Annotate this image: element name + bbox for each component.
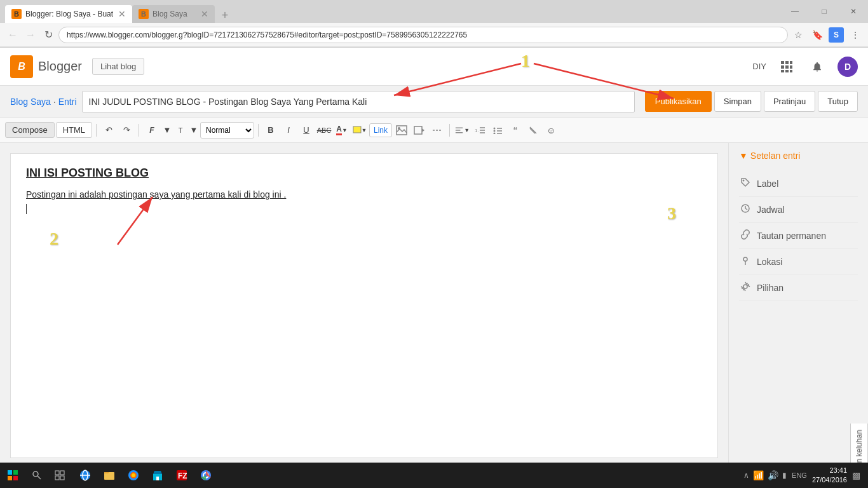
- svg-line-45: [37, 476, 41, 479]
- new-tab-button[interactable]: +: [217, 8, 233, 23]
- editor-frame[interactable]: INI ISI POSTING BLOG Postingan ini adala…: [10, 153, 718, 458]
- view-blog-button[interactable]: Lihat blog: [92, 58, 144, 75]
- taskbar-chrome-icon[interactable]: [194, 464, 217, 487]
- svg-point-30: [743, 180, 745, 182]
- undo-button[interactable]: ↶: [100, 122, 117, 139]
- chrome-menu-icon[interactable]: ⋮: [848, 27, 863, 43]
- emoji-button[interactable]: ☺: [543, 122, 559, 139]
- bold-button[interactable]: B: [262, 122, 279, 139]
- close-button[interactable]: ✕: [839, 0, 868, 23]
- sidebar-lokasi-text: Lokasi: [757, 257, 782, 267]
- sidebar-item-lokasi[interactable]: Lokasi: [739, 249, 858, 275]
- taskbar-file-explorer-icon[interactable]: [98, 464, 121, 487]
- breadcrumb-blog[interactable]: Blog Saya: [10, 97, 51, 107]
- extensions-icon[interactable]: S: [829, 27, 844, 43]
- font-family-button[interactable]: F: [143, 122, 161, 139]
- taskbar-ie-icon[interactable]: [74, 464, 97, 487]
- blockquote-button[interactable]: “: [507, 122, 524, 139]
- sidebar-jadwal-text: Jadwal: [757, 205, 785, 215]
- svg-text:1.: 1.: [475, 128, 479, 133]
- sidebar-permalink-text: Tautan permanen: [757, 231, 826, 241]
- taskbar-filezilla-icon[interactable]: FZ: [170, 464, 193, 487]
- post-title-input[interactable]: [82, 91, 635, 112]
- start-button[interactable]: [0, 463, 25, 488]
- notification-center-icon[interactable]: ▩: [852, 470, 860, 480]
- taskbar-store-icon[interactable]: [146, 464, 169, 487]
- editor-body: INI ISI POSTING BLOG Postingan ini adala…: [0, 143, 728, 468]
- sidebar-item-label[interactable]: Label: [739, 171, 858, 197]
- svg-rect-41: [13, 470, 18, 475]
- reload-button[interactable]: ↻: [41, 27, 56, 43]
- user-avatar[interactable]: D: [837, 57, 858, 77]
- link-button[interactable]: Link: [369, 123, 392, 137]
- taskbar-firefox-icon[interactable]: [122, 464, 145, 487]
- back-button[interactable]: ←: [5, 27, 20, 43]
- svg-rect-7: [785, 70, 789, 72]
- insert-video-button[interactable]: [411, 122, 428, 139]
- ordered-list-button[interactable]: 1.: [471, 122, 488, 139]
- task-view-button[interactable]: [48, 464, 71, 487]
- bookmark-star-icon[interactable]: ☆: [790, 27, 806, 43]
- clock-display: 23:41 27/04/2016: [812, 466, 847, 485]
- svg-line-33: [745, 208, 747, 210]
- underline-button[interactable]: U: [298, 122, 315, 139]
- forward-button[interactable]: →: [23, 27, 38, 43]
- svg-point-22: [494, 127, 496, 129]
- apps-grid-icon[interactable]: [776, 57, 797, 77]
- diy-label: DIY: [752, 62, 766, 71]
- format-dropdown[interactable]: Normal Heading 1 Heading 2 Heading 3: [200, 122, 254, 139]
- preview-button[interactable]: Pratinjau: [764, 91, 815, 112]
- svg-rect-1: [785, 61, 789, 64]
- svg-rect-49: [60, 476, 64, 480]
- compose-tab[interactable]: Compose: [5, 122, 55, 138]
- unordered-list-button[interactable]: [489, 122, 506, 139]
- sidebar-item-permalink[interactable]: Tautan permanen: [739, 223, 858, 249]
- svg-rect-2: [790, 61, 792, 64]
- sidebar-pilihan-text: Pilihan: [757, 283, 783, 293]
- editor-content-body: Postingan ini adalah postingan saya yang…: [26, 187, 702, 201]
- tab-close-2[interactable]: ✕: [201, 9, 208, 19]
- svg-rect-47: [60, 471, 64, 475]
- strikethrough-button[interactable]: ABC: [316, 122, 332, 139]
- insert-jump-button[interactable]: [429, 122, 445, 139]
- link-icon: [739, 229, 752, 242]
- italic-button[interactable]: I: [280, 122, 297, 139]
- publish-button[interactable]: Publikasikan: [645, 91, 712, 112]
- address-bar[interactable]: [58, 27, 788, 43]
- font-size-chevron[interactable]: ▼: [189, 122, 199, 139]
- svg-point-34: [743, 257, 747, 261]
- tab-close-1[interactable]: ✕: [118, 9, 126, 19]
- save-button[interactable]: Simpan: [714, 91, 761, 112]
- svg-rect-12: [414, 126, 422, 134]
- taskbar-search-button[interactable]: [25, 464, 48, 487]
- network-icon[interactable]: 📶: [753, 470, 764, 480]
- sidebar-item-jadwal[interactable]: Jadwal: [739, 197, 858, 223]
- highlight-color-button[interactable]: ▼: [351, 122, 368, 139]
- notification-bell-icon[interactable]: [807, 57, 827, 77]
- breadcrumb-entri[interactable]: Entri: [58, 97, 77, 107]
- sidebar-item-pilihan[interactable]: Pilihan: [739, 275, 858, 301]
- redo-button[interactable]: ↷: [118, 122, 135, 139]
- close-editor-button[interactable]: Tutup: [818, 91, 858, 112]
- svg-rect-0: [781, 61, 784, 64]
- font-family-chevron[interactable]: ▼: [162, 122, 172, 139]
- html-tab[interactable]: HTML: [56, 122, 92, 138]
- insert-image-button[interactable]: [393, 122, 410, 139]
- text-color-button[interactable]: A ▼: [334, 122, 350, 139]
- minimize-button[interactable]: ―: [780, 0, 810, 23]
- bookmark-icon[interactable]: 🔖: [810, 27, 825, 43]
- font-size-button[interactable]: T: [173, 122, 187, 139]
- remove-format-button[interactable]: [525, 122, 541, 139]
- align-button[interactable]: ▼: [454, 122, 470, 139]
- tab-blogger-editor[interactable]: B Blogger: Blog Saya - Buat ... ✕: [5, 5, 132, 23]
- sidebar-section-title[interactable]: ▼ Setelan entri: [739, 151, 858, 161]
- chevron-up-icon[interactable]: ∧: [743, 471, 749, 480]
- tab-blog-saya[interactable]: B Blog Saya ✕: [132, 5, 215, 23]
- maximize-button[interactable]: □: [810, 0, 839, 23]
- speaker-icon[interactable]: 🔊: [768, 470, 778, 480]
- tab-favicon-2: B: [139, 9, 149, 19]
- blogger-header: B Blogger Lihat blog DIY D: [0, 48, 868, 86]
- tag-icon: [739, 177, 752, 190]
- time-display: 23:41: [829, 466, 847, 475]
- battery-icon[interactable]: ▮: [782, 471, 787, 480]
